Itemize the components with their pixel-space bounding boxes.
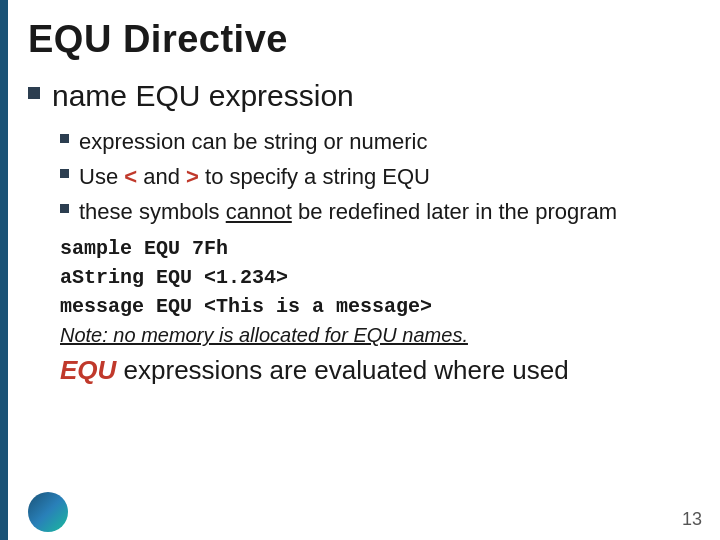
greater-than-symbol: > <box>186 164 199 189</box>
equ-red-label: EQU <box>60 355 116 385</box>
logo-area <box>28 492 88 532</box>
less-than-symbol: < <box>124 164 137 189</box>
code-line-3: message EQU <This is a message> <box>60 295 702 318</box>
sub-bullet-icon-2 <box>60 169 69 178</box>
note-text: Note: no memory is allocated for EQU nam… <box>60 324 702 347</box>
bottom-statement: EQU expressions are evaluated where used <box>60 355 702 386</box>
blue-accent-bar <box>0 0 8 540</box>
sub-bullet-text-1: expression can be string or numeric <box>79 127 428 158</box>
sub-bullet-text-2: Use < and > to specify a string EQU <box>79 162 430 193</box>
logo-icon <box>28 492 68 532</box>
slide-content: EQU Directive name EQU expression expres… <box>28 18 702 522</box>
sub-bullets-list: expression can be string or numeric Use … <box>60 127 702 227</box>
sub-bullet-1-text: expression can be string or numeric <box>79 129 428 154</box>
sub-bullet-3: these symbols cannot be redefined later … <box>60 197 702 228</box>
sub-bullet-text-3: these symbols cannot be redefined later … <box>79 197 617 228</box>
code-line-1: sample EQU 7Fh <box>60 237 702 260</box>
sub-bullet-icon-1 <box>60 134 69 143</box>
sub-bullet-1: expression can be string or numeric <box>60 127 702 158</box>
main-bullet-icon <box>28 87 40 99</box>
cannot-underlined: cannot <box>226 199 292 224</box>
page-number: 13 <box>682 509 702 530</box>
main-bullet-item: name EQU expression <box>28 79 702 113</box>
slide-title: EQU Directive <box>28 18 702 61</box>
bottom-statement-suffix: expressions are evaluated where used <box>116 355 568 385</box>
sub-bullet-2: Use < and > to specify a string EQU <box>60 162 702 193</box>
sub-bullet-icon-3 <box>60 204 69 213</box>
main-bullet-text: name EQU expression <box>52 79 354 113</box>
code-line-2: aString EQU <1.234> <box>60 266 702 289</box>
